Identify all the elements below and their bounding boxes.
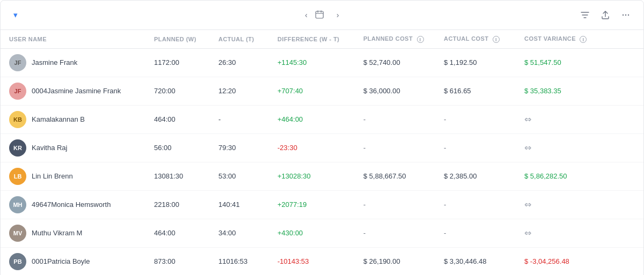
actual-cost-cell: - — [435, 105, 516, 133]
dropdown-icon: ▾ — [13, 10, 18, 20]
planned-cell: 56:00 — [145, 133, 210, 162]
actual-cell: 53:00 — [210, 162, 269, 190]
exchange-icon: ⇔ — [524, 200, 531, 209]
user-name: 49647Monica Hemsworth — [32, 200, 111, 209]
user-name-cell: JF 0004Jasmine Jasmine Frank — [1, 77, 145, 105]
prev-icon: ‹ — [305, 11, 308, 19]
planned-cost-cell: $ 26,190.00 — [355, 247, 435, 275]
actual-cell: 26:30 — [210, 48, 269, 77]
difference-cell: -10143:53 — [269, 247, 355, 275]
user-name-cell: JF Jasmine Frank — [1, 48, 145, 77]
cost-variance-cell: ⇔ — [516, 219, 643, 247]
table-row: JF Jasmine Frank 1172:0026:30+1145:30$ 5… — [1, 48, 643, 77]
svg-point-8 — [625, 14, 626, 16]
cost-variance-cell: $ -3,04,256.48 — [516, 247, 643, 275]
col-header-planned-cost: PLANNED COST i — [355, 30, 435, 48]
actual-cell: 79:30 — [210, 133, 269, 162]
cost-variance-cell: ⇔ — [516, 133, 643, 162]
actual-cost-cell: - — [435, 219, 516, 247]
user-name-cell: PB 0001Patricia Boyle — [1, 247, 145, 275]
planned-cell: 13081:30 — [145, 162, 210, 190]
user-name-cell: KB Kamalakannan B — [1, 105, 145, 133]
prev-nav-button[interactable]: ‹ — [303, 9, 310, 21]
planned-cost-cell: - — [355, 190, 435, 219]
svg-point-9 — [628, 14, 629, 16]
avatar: MV — [9, 225, 26, 242]
planned-cost-cell: $ 5,88,667.50 — [355, 162, 435, 190]
table-row: MH 49647Monica Hemsworth 2218:00140:41+2… — [1, 190, 643, 219]
table-row: MV Muthu Vikram M 464:0034:00+430:00--⇔ — [1, 219, 643, 247]
planned-cost-cell: $ 36,000.00 — [355, 77, 435, 105]
actual-cost-cell: - — [435, 133, 516, 162]
planned-cell: 464:00 — [145, 105, 210, 133]
user-name: Lin Lin Brenn — [32, 172, 73, 180]
actual-cost-cell: $ 2,385.00 — [435, 162, 516, 190]
planned-cost-cell: - — [355, 133, 435, 162]
difference-cell: +2077:19 — [269, 190, 355, 219]
table-row: JF 0004Jasmine Jasmine Frank 720:0012:20… — [1, 77, 643, 105]
user-name: Muthu Vikram M — [32, 229, 82, 237]
user-name: Kamalakannan B — [32, 115, 85, 123]
avatar: JF — [9, 54, 26, 71]
user-name-cell: KR Kavitha Raj — [1, 133, 145, 162]
calendar-icon — [315, 10, 324, 20]
cost-variance-cell: $ 35,383.35 — [516, 77, 643, 105]
user-name-cell: MV Muthu Vikram M — [1, 219, 145, 247]
avatar: PB — [9, 253, 26, 270]
cost-variance-cell: $ 5,86,282.50 — [516, 162, 643, 190]
next-nav-button[interactable]: › — [334, 9, 341, 21]
svg-rect-0 — [316, 11, 323, 18]
col-header-planned: PLANNED (W) — [145, 30, 210, 48]
cost-variance-cell: $ 51,547.50 — [516, 48, 643, 77]
planned-cost-cell: $ 52,740.00 — [355, 48, 435, 77]
planned-cost-cell: - — [355, 105, 435, 133]
actual-cost-cell: $ 1,192.50 — [435, 48, 516, 77]
planned-cell: 2218:00 — [145, 190, 210, 219]
cost-variance-cell: ⇔ — [516, 105, 643, 133]
next-icon: › — [336, 11, 339, 19]
svg-point-7 — [623, 14, 624, 16]
difference-cell: -23:30 — [269, 133, 355, 162]
actual-cost-cell: - — [435, 190, 516, 219]
col-header-difference: DIFFERENCE (W - T) — [269, 30, 355, 48]
avatar: KR — [9, 139, 26, 157]
difference-cell: +707:40 — [269, 77, 355, 105]
col-header-actual-cost: ACTUAL COST i — [435, 30, 516, 48]
avatar: JF — [9, 83, 26, 100]
planned-cost-cell: - — [355, 219, 435, 247]
actual-cost-cell: $ 616.65 — [435, 77, 516, 105]
cost-variance-cell: ⇔ — [516, 190, 643, 219]
avatar: KB — [9, 111, 26, 128]
avatar: LB — [9, 168, 26, 185]
planned-actual-button[interactable]: ▾ — [11, 10, 18, 20]
actual-cost-cell: $ 3,30,446.48 — [435, 247, 516, 275]
actual-cell: 140:41 — [210, 190, 269, 219]
planned-cell: 873:00 — [145, 247, 210, 275]
exchange-icon: ⇔ — [524, 115, 531, 124]
planned-cell: 1172:00 — [145, 48, 210, 77]
actual-cell: 11016:53 — [210, 247, 269, 275]
user-name-cell: MH 49647Monica Hemsworth — [1, 190, 145, 219]
user-name: Kavitha Raj — [32, 144, 67, 152]
actual-cell: - — [210, 105, 269, 133]
planned-cell: 720:00 — [145, 77, 210, 105]
difference-cell: +13028:30 — [269, 162, 355, 190]
planned-cell: 464:00 — [145, 219, 210, 247]
exchange-icon: ⇔ — [524, 228, 531, 237]
user-name: 0004Jasmine Jasmine Frank — [32, 87, 121, 95]
table-row: KB Kamalakannan B 464:00-+464:00--⇔ — [1, 105, 643, 133]
filter-button[interactable] — [578, 8, 592, 22]
share-button[interactable] — [598, 8, 612, 22]
col-header-username: USER NAME — [1, 30, 145, 48]
planned-cost-info-icon: i — [417, 36, 424, 43]
actual-cell: 34:00 — [210, 219, 269, 247]
user-name-cell: LB Lin Lin Brenn — [1, 162, 145, 190]
table-row: LB Lin Lin Brenn 13081:3053:00+13028:30$… — [1, 162, 643, 190]
avatar: MH — [9, 196, 26, 213]
more-button[interactable] — [619, 8, 633, 22]
user-name: Jasmine Frank — [32, 58, 77, 66]
difference-cell: +1145:30 — [269, 48, 355, 77]
table-row: KR Kavitha Raj 56:0079:30-23:30--⇔ — [1, 133, 643, 162]
difference-cell: +464:00 — [269, 105, 355, 133]
col-header-cost-variance: COST VARIANCE i — [516, 30, 643, 48]
